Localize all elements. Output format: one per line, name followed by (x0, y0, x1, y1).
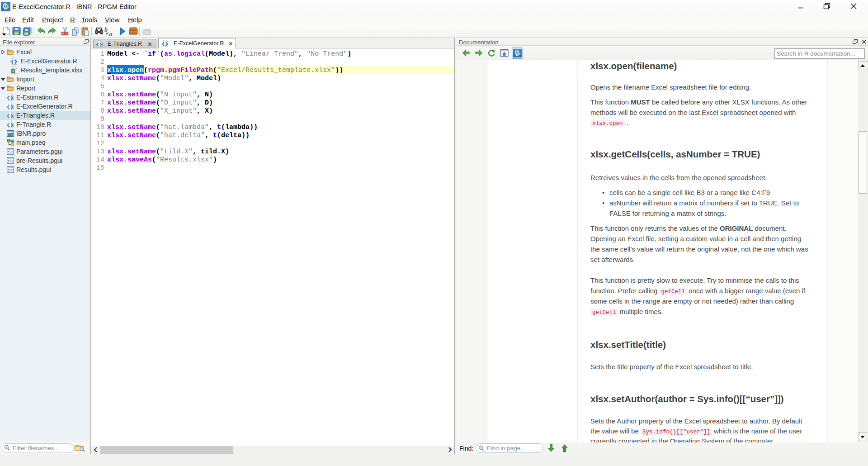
svg-text:a: a (109, 30, 113, 37)
svg-text:b: b (104, 27, 108, 33)
